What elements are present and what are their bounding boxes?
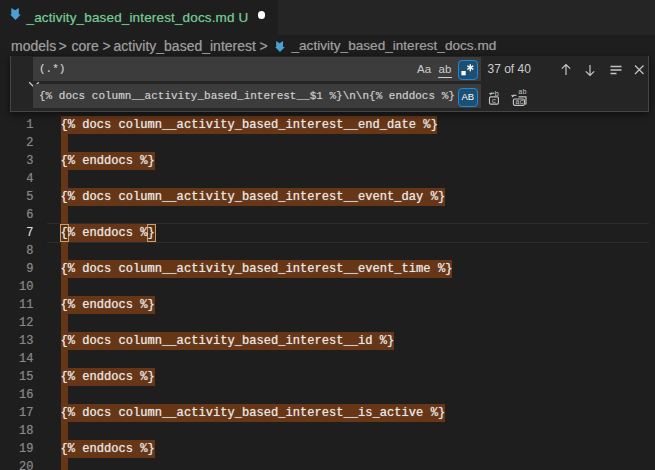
svg-text:c: c xyxy=(491,97,496,105)
svg-text:ab: ab xyxy=(518,89,526,96)
svg-text:ac: ac xyxy=(515,98,523,106)
